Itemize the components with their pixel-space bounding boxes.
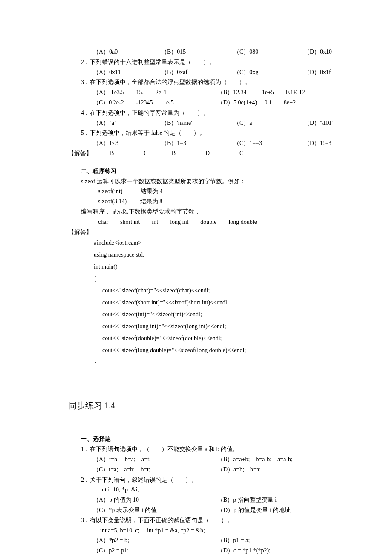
s3-q3-opts-1: （A）*p2 = b; （B）p1 = a; (43, 535, 349, 546)
opt-a: （A）t=b; b=a; a=t; (93, 454, 217, 465)
s3-q2-code: int i=10, *p=&i; (43, 485, 349, 495)
opt-a: （A）-1e3.5 15. 2e-4 (93, 87, 217, 98)
sec2-p5: char short int int long int double long … (43, 217, 349, 227)
sec2-p1: sizeof 运算可以求一个数据或数据类型所要求的字节数。例如： (43, 176, 349, 187)
s3-question-2: 2．关于下列语句，叙述错误的是（ ）。 (43, 475, 349, 485)
code-line: cout<<"sizeof(int)="<<sizeof(int)<<endl; (94, 309, 349, 321)
section-3-title: 一、选择题 (43, 434, 349, 444)
code-line: cout<<"sizeof(double)="<<sizeof(double)<… (94, 332, 349, 344)
answer-label-2: 【解答】 (43, 227, 349, 237)
answer-values: B C B D C (92, 148, 243, 159)
question-2: 2．下列错误的十六进制整型常量表示是（ ）。 (43, 57, 349, 67)
opt-c: （C）a (233, 118, 304, 128)
code-line: cout<<"sizeof(long int)="<<sizeof(long i… (94, 321, 349, 332)
opt-a: （A）0x11 (93, 67, 161, 78)
q5-options: （A）1<3 （B）1=3 （C）1==3 （D）1!=3 (43, 138, 349, 148)
s3-q3-opts-2: （C）p2 = p1; （D）c = *p1 *(*p2); (43, 546, 349, 555)
s3-question-3: 3．有以下变量说明，下面不正确的赋值语句是（ ）。 (43, 515, 349, 526)
opt-c: （C）1==3 (233, 138, 304, 148)
opt-d: （D）p 的值是变量 i 的地址 (217, 505, 291, 515)
q3-options-1: （A）-1e3.5 15. 2e-4 （B）12.34 -1e+5 0.1E-1… (43, 87, 349, 98)
q2-options: （A）0x11 （B）0xaf （C）0xg （D）0x1f (43, 67, 349, 78)
answer-row: 【解答】 B C B D C (43, 148, 349, 159)
sec2-p3: sizeof(3.14) 结果为 8 (43, 197, 349, 207)
opt-a: （A）*p2 = b; (93, 535, 217, 546)
opt-b: （B）'name' (161, 118, 233, 128)
q1-options: （A）0a0 （B）015 （C）080 （D）0x10 (43, 47, 349, 57)
q4-options: （A）"a" （B）'name' （C）a （D）'\101' (43, 118, 349, 128)
opt-a: （A）0a0 (93, 47, 161, 57)
opt-b: （B）015 (161, 47, 233, 57)
question-3: 3．在下列选项中，全部都合法的浮点型数据的选项为（ ）。 (43, 77, 349, 87)
code-line: cout<<"sizeof(short int)="<<sizeof(short… (94, 297, 349, 309)
s3-question-1: 1．在下列语句选项中，（ ）不能交换变量 a 和 b 的值。 (43, 444, 349, 454)
section-2-title: 二、程序练习 (43, 166, 349, 176)
opt-c: （C）p2 = p1; (93, 546, 217, 555)
opt-b: （B）a=a+b; b=a-b; a=a-b; (217, 454, 293, 465)
opt-a: （A）1<3 (93, 138, 161, 148)
question-5: 5．下列选项中，结果等于 false 的是（ ）。 (43, 128, 349, 138)
opt-b: （B）p1 = a; (217, 535, 250, 546)
code-line: using namespace std; (94, 249, 349, 261)
opt-a: （A）"a" (93, 118, 161, 128)
opt-d: （D）0x10 (304, 47, 332, 57)
code-block: #include<iostream> using namespace std; … (43, 237, 349, 368)
sec2-p4: 编写程序，显示以下数据类型要求的字节数： (43, 207, 349, 217)
opt-b: （B）1=3 (161, 138, 233, 148)
code-line: cout<<"sizeof(char)="<<sizeof(char)<<end… (94, 285, 349, 297)
opt-a: （A）p 的值为 10 (93, 495, 217, 505)
code-line: #include<iostream> (94, 237, 349, 249)
opt-b: （B）0xaf (161, 67, 233, 78)
opt-d: （D）5.0e(1+4) 0.1 8e+2 (217, 98, 296, 108)
s3-q2-opts-1: （A）p 的值为 10 （B）p 指向整型变量 i (43, 495, 349, 505)
opt-b: （B）p 指向整型变量 i (217, 495, 277, 505)
question-4: 4．在下列选项中，正确的字符常量为（ ）。 (43, 108, 349, 118)
s3-q1-opts-2: （C）t=a; a=b; b=t; （D）a=b; b=a; (43, 465, 349, 475)
opt-d: （D）1!=3 (304, 138, 331, 148)
code-line: int main() (94, 261, 349, 273)
opt-c: （C）0xg (233, 67, 304, 78)
opt-d: （D）'\101' (304, 118, 333, 128)
q3-options-2: （C）0.2e-2 -12345. e-5 （D）5.0e(1+4) 0.1 8… (43, 98, 349, 108)
code-line: { (94, 273, 349, 285)
exercise-title: 同步练习 1.4 (43, 398, 349, 413)
opt-d: （D）a=b; b=a; (217, 465, 261, 475)
answer-label: 【解答】 (68, 148, 92, 159)
sec2-p2: sizeof(int) 结果为 4 (43, 186, 349, 197)
opt-d: （D）0x1f (304, 67, 331, 78)
opt-c: （C）*p 表示变量 i 的值 (93, 505, 217, 515)
opt-c: （C）0.2e-2 -12345. e-5 (93, 98, 217, 108)
code-line: cout<<"sizeof(long double)="<<sizeof(lon… (94, 344, 349, 356)
opt-c: （C）080 (233, 47, 304, 57)
s3-q1-opts-1: （A）t=b; b=a; a=t; （B）a=a+b; b=a-b; a=a-b… (43, 454, 349, 465)
opt-c: （C）t=a; a=b; b=t; (93, 465, 217, 475)
code-line: } (94, 356, 349, 368)
opt-b: （B）12.34 -1e+5 0.1E-12 (217, 87, 305, 98)
s3-q2-opts-2: （C）*p 表示变量 i 的值 （D）p 的值是变量 i 的地址 (43, 505, 349, 515)
s3-q3-code: int a=5, b=10, c; int *p1 = &a, *p2 = &b… (43, 526, 349, 536)
opt-d: （D）c = *p1 *(*p2); (217, 546, 271, 555)
